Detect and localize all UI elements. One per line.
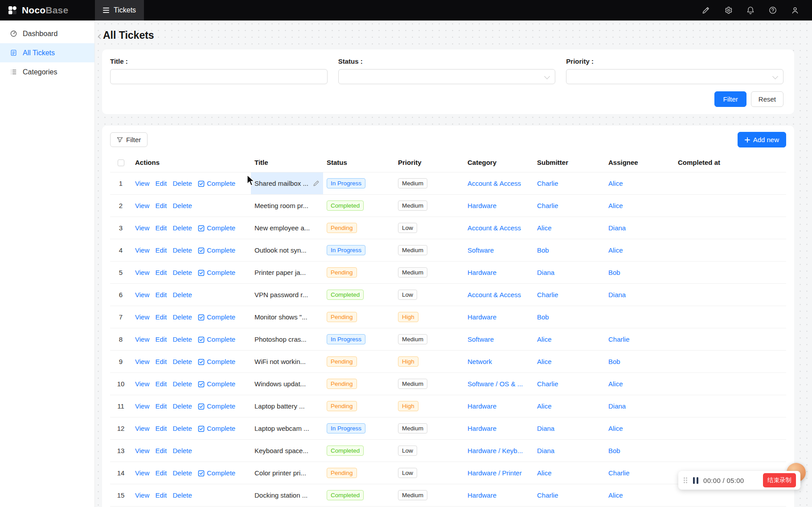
submitter-link[interactable]: Diana [537, 447, 554, 454]
title-cell[interactable]: Outlook not syn... [251, 239, 323, 262]
complete-action[interactable]: Complete [198, 425, 235, 432]
edit-link[interactable]: Edit [155, 224, 167, 232]
assignee-link[interactable]: Diana [608, 224, 626, 232]
category-link[interactable]: Hardware [468, 202, 496, 209]
edit-link[interactable]: Edit [155, 491, 167, 499]
view-link[interactable]: View [135, 491, 149, 499]
sidebar-item-categories[interactable]: Categories [0, 62, 94, 82]
submitter-link[interactable]: Alice [537, 335, 552, 343]
title-cell[interactable]: Monitor shows "... [251, 306, 323, 328]
delete-link[interactable]: Delete [172, 358, 192, 365]
status-filter-select[interactable] [338, 69, 556, 84]
submitter-link[interactable]: Alice [537, 469, 552, 477]
edit-pencil-icon[interactable] [313, 180, 320, 187]
filter-reset-button[interactable]: Reset [751, 91, 783, 107]
complete-action[interactable]: Complete [198, 180, 235, 187]
title-cell[interactable]: WiFi not workin... [251, 351, 323, 373]
stop-recording-button[interactable]: 结束录制 [763, 473, 796, 487]
sidebar-item-all-tickets[interactable]: All Tickets [0, 43, 94, 62]
bell-icon[interactable] [746, 6, 755, 15]
category-link[interactable]: Hardware [468, 425, 496, 432]
submitter-link[interactable]: Charlie [537, 180, 558, 187]
brand[interactable]: NocoBase [0, 5, 95, 16]
edit-link[interactable]: Edit [155, 291, 167, 298]
category-link[interactable]: Hardware / Keyb... [468, 447, 523, 454]
complete-action[interactable]: Complete [198, 358, 235, 365]
edit-link[interactable]: Edit [155, 358, 167, 365]
category-link[interactable]: Hardware [468, 491, 496, 499]
title-cell[interactable]: Docking station ... [251, 484, 323, 507]
view-link[interactable]: View [135, 402, 149, 410]
edit-link[interactable]: Edit [155, 425, 167, 432]
delete-link[interactable]: Delete [172, 335, 192, 343]
view-link[interactable]: View [135, 358, 149, 365]
title-cell[interactable]: New employee a... [251, 217, 323, 239]
edit-link[interactable]: Edit [155, 313, 167, 321]
complete-action[interactable]: Complete [198, 380, 235, 388]
category-link[interactable]: Hardware / Printer [468, 469, 522, 477]
pause-icon[interactable] [693, 477, 698, 484]
complete-action[interactable]: Complete [198, 269, 235, 276]
view-link[interactable]: View [135, 202, 149, 209]
edit-link[interactable]: Edit [155, 402, 167, 410]
assignee-link[interactable]: Alice [608, 380, 623, 388]
title-cell[interactable]: Printer paper ja... [251, 262, 323, 284]
complete-action[interactable]: Complete [198, 224, 235, 232]
delete-link[interactable]: Delete [172, 291, 192, 298]
title-cell[interactable]: Laptop battery ... [251, 395, 323, 417]
edit-link[interactable]: Edit [155, 380, 167, 388]
category-link[interactable]: Account & Access [468, 224, 521, 232]
title-cell[interactable]: Shared mailbox ... [251, 172, 323, 195]
category-link[interactable]: Hardware [468, 313, 496, 321]
title-cell[interactable]: Color printer pri... [251, 462, 323, 484]
submitter-link[interactable]: Alice [537, 224, 552, 232]
gear-icon[interactable] [724, 6, 733, 15]
view-link[interactable]: View [135, 313, 149, 321]
title-cell[interactable]: Laptop webcam ... [251, 417, 323, 440]
select-all-checkbox[interactable] [118, 159, 124, 166]
delete-link[interactable]: Delete [172, 202, 192, 209]
delete-link[interactable]: Delete [172, 224, 192, 232]
delete-link[interactable]: Delete [172, 469, 192, 477]
category-link[interactable]: Software / OS & ... [468, 380, 523, 388]
submitter-link[interactable]: Diana [537, 269, 554, 276]
sidebar-item-dashboard[interactable]: Dashboard [0, 24, 94, 43]
assignee-link[interactable]: Diana [608, 291, 626, 298]
assignee-link[interactable]: Alice [608, 491, 623, 499]
assignee-link[interactable]: Bob [608, 358, 620, 365]
assignee-link[interactable]: Charlie [608, 469, 630, 477]
edit-link[interactable]: Edit [155, 269, 167, 276]
delete-link[interactable]: Delete [172, 180, 192, 187]
submitter-link[interactable]: Alice [537, 402, 552, 410]
category-link[interactable]: Software [468, 246, 494, 254]
help-icon[interactable] [768, 6, 777, 15]
view-link[interactable]: View [135, 246, 149, 254]
priority-filter-select[interactable] [566, 69, 783, 84]
category-link[interactable]: Hardware [468, 402, 496, 410]
assignee-link[interactable]: Alice [608, 180, 623, 187]
edit-link[interactable]: Edit [155, 447, 167, 454]
complete-action[interactable]: Complete [198, 246, 235, 254]
complete-action[interactable]: Complete [198, 335, 235, 343]
category-link[interactable]: Account & Access [468, 291, 521, 298]
assignee-link[interactable]: Diana [608, 402, 626, 410]
assignee-link[interactable]: Charlie [608, 335, 630, 343]
view-link[interactable]: View [135, 224, 149, 232]
ui-editor-pen-icon[interactable] [701, 6, 710, 15]
view-link[interactable]: View [135, 180, 149, 187]
complete-action[interactable]: Complete [198, 313, 235, 321]
topbar-tab-tickets[interactable]: Tickets [95, 0, 144, 20]
title-cell[interactable]: Keyboard space... [251, 440, 323, 462]
title-filter-input[interactable] [110, 69, 328, 84]
category-link[interactable]: Account & Access [468, 180, 521, 187]
table-filter-button[interactable]: Filter [110, 132, 148, 147]
view-link[interactable]: View [135, 469, 149, 477]
filter-submit-button[interactable]: Filter [714, 91, 746, 107]
view-link[interactable]: View [135, 291, 149, 298]
edit-link[interactable]: Edit [155, 180, 167, 187]
delete-link[interactable]: Delete [172, 491, 192, 499]
assignee-link[interactable]: Alice [608, 246, 623, 254]
submitter-link[interactable]: Diana [537, 425, 554, 432]
category-link[interactable]: Software [468, 335, 494, 343]
delete-link[interactable]: Delete [172, 269, 192, 276]
